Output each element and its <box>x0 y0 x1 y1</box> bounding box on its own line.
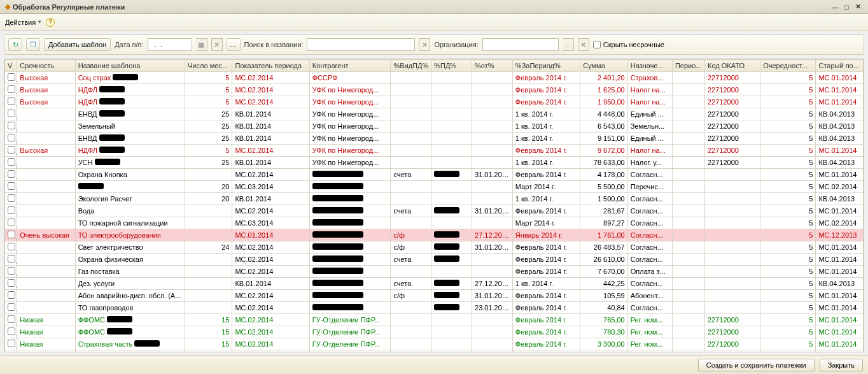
column-header-old[interactable]: Старый по... <box>816 60 864 72</box>
table-row[interactable]: ВысокаяНДФЛ 5МС.02.2014УФК по Нижегород.… <box>5 84 864 96</box>
cell-vidpd <box>391 84 431 96</box>
row-checkbox[interactable] <box>8 85 15 93</box>
date-choose-button[interactable]: … <box>227 38 241 51</box>
row-checkbox[interactable] <box>8 219 15 226</box>
table-row[interactable]: ЕНВД 25КВ.01.2014УФК по Нижегород...1 кв… <box>5 133 864 145</box>
cell-urgency <box>17 133 75 145</box>
table-row[interactable]: НизкаяФФОМС 15МС.02.2014ГУ-Отделение ПФР… <box>5 314 864 326</box>
column-header-sum[interactable]: Сумма <box>580 60 627 72</box>
date-clear-button[interactable]: ✕ <box>211 38 223 51</box>
minimize-button[interactable]: — <box>830 3 840 11</box>
table-row[interactable]: ВодаМС.02.2014счета31.01.2014Февраль 201… <box>5 205 864 217</box>
date-picker-button[interactable]: ▦ <box>196 38 207 51</box>
row-checkbox[interactable] <box>8 170 15 178</box>
table-row[interactable]: НизкаяФФОМС 15МС.02.2014ГУ-Отделение ПФР… <box>5 326 864 338</box>
table-row[interactable]: ВысокаяНДФЛ 5МС.02.2014УФК по Нижегород.… <box>5 145 864 157</box>
grid-scroll[interactable]: VСрочностьНазвание шаблонаЧисло мес...По… <box>4 59 864 352</box>
row-checkbox[interactable] <box>8 340 15 347</box>
row-checkbox[interactable] <box>8 73 15 81</box>
table-row[interactable]: НизкаяСтраховая часть 15МС.02.2014ГУ-Отд… <box>5 338 864 350</box>
cell-order: 5 <box>760 290 816 302</box>
row-checkbox[interactable] <box>8 134 15 141</box>
help-icon[interactable]: ? <box>46 18 55 27</box>
table-row[interactable]: Очень высокаяТО электрооборудованияМС.01… <box>5 229 864 241</box>
org-choose-button[interactable]: … <box>563 38 574 51</box>
table-row[interactable]: Абон аварийно-дисп. обсл. (А...МС.02.201… <box>5 290 864 302</box>
search-clear-button[interactable]: ✕ <box>419 38 430 51</box>
column-header-perio[interactable]: Перио... <box>672 60 704 72</box>
row-checkbox[interactable] <box>8 146 15 154</box>
row-checkbox[interactable] <box>8 291 15 299</box>
column-header-template[interactable]: Название шаблона <box>75 60 185 72</box>
menubar: Действия ▼ ? <box>0 14 868 31</box>
actions-menu[interactable]: Действия ▼ <box>5 18 42 26</box>
table-row[interactable]: Земельный25КВ.01.2014УФК по Нижегород...… <box>5 120 864 133</box>
row-checkbox[interactable] <box>8 110 15 117</box>
close-button[interactable]: Закрыть <box>820 359 863 371</box>
table-row[interactable]: ТО пожарной сигнализацииМС.03.2014Март 2… <box>5 217 864 229</box>
cell-zaperiod: Январь 2014 г. <box>512 229 580 241</box>
refresh-button[interactable]: ↻ <box>8 38 22 51</box>
table-row[interactable]: ТО газопроводовМС.02.201423.01.2014Февра… <box>5 302 864 314</box>
hide-nonurgent-checkbox[interactable]: Скрыть несрочные <box>593 41 664 48</box>
org-clear-button[interactable]: ✕ <box>578 38 589 51</box>
maximize-button[interactable]: □ <box>841 3 851 11</box>
column-header-contragent[interactable]: Контрагент <box>309 60 391 72</box>
row-checkbox[interactable] <box>8 243 15 250</box>
table-row[interactable]: Охрана КнопкаМС.02.2014счета31.01.2014Фе… <box>5 169 864 181</box>
date-input[interactable] <box>148 38 192 51</box>
hide-nonurgent-input[interactable] <box>593 41 601 48</box>
column-header-zaperiod[interactable]: %ЗаПериод% <box>512 60 580 72</box>
cell-zaperiod: Февраль 2014 г. <box>512 350 580 352</box>
create-save-button[interactable]: Создать и сохранить платежки <box>698 359 815 371</box>
add-template-button[interactable]: Добавить шаблон <box>44 38 111 51</box>
row-checkbox[interactable] <box>8 255 15 263</box>
org-input[interactable] <box>482 38 559 51</box>
column-header-urgency[interactable]: Срочность <box>17 60 75 72</box>
cell-v <box>5 338 17 350</box>
cell-order: 5 <box>760 133 816 145</box>
table-row[interactable]: УСН 25КВ.01.2014УФК по Нижегород...1 кв.… <box>5 157 864 169</box>
cell-template: ТО газопроводов <box>75 302 185 314</box>
row-checkbox[interactable] <box>8 315 15 323</box>
row-checkbox[interactable] <box>8 231 15 238</box>
cell-old: КВ.04.2013 <box>816 120 864 133</box>
row-checkbox[interactable] <box>8 122 15 129</box>
table-row[interactable]: Охрана физическаяМС.02.2014счетаФевраль … <box>5 254 864 266</box>
column-header-period_ind[interactable]: Показатель периода <box>232 60 309 72</box>
table-row[interactable]: Газ поставкаМС.02.2014Февраль 2014 г.7 6… <box>5 266 864 278</box>
column-header-pd[interactable]: %ПД% <box>431 60 472 72</box>
cell-sum: 442,25 <box>580 278 627 290</box>
column-header-months[interactable]: Число мес... <box>185 60 232 72</box>
table-row[interactable]: НизкаяСтраховая часть 15МС.02.2014ГУ-Отд… <box>5 350 864 352</box>
column-header-v[interactable]: V <box>5 60 17 72</box>
search-input[interactable] <box>307 38 415 51</box>
table-row[interactable]: ВысокаяНДФЛ 5МС.02.2014УФК по Нижегород.… <box>5 96 864 108</box>
row-checkbox[interactable] <box>8 158 15 166</box>
close-window-button[interactable]: ✕ <box>853 3 863 11</box>
footer: Создать и сохранить платежки Закрыть <box>0 355 868 374</box>
cell-okato <box>704 205 760 217</box>
row-checkbox[interactable] <box>8 327 15 335</box>
column-header-naz[interactable]: Назначе... <box>627 60 672 72</box>
row-checkbox[interactable] <box>8 279 15 287</box>
table-row[interactable]: Экология Расчет20КВ.01.20141 кв. 2014 г.… <box>5 193 864 205</box>
cell-template: Абон аварийно-дисп. обсл. (А... <box>75 290 185 302</box>
column-header-okato[interactable]: Код ОКАТО <box>704 60 760 72</box>
copy-button[interactable]: ❐ <box>26 38 40 51</box>
redacted-text <box>434 243 459 250</box>
row-checkbox[interactable] <box>8 182 15 190</box>
table-row[interactable]: Дез. услугиКВ.01.2014счета27.12.20131 кв… <box>5 278 864 290</box>
table-row[interactable]: ВысокаяСоц страх 5МС.02.2014ФССРФФевраль… <box>5 72 864 84</box>
row-checkbox[interactable] <box>8 97 15 105</box>
column-header-vidpd[interactable]: %ВидПД% <box>391 60 431 72</box>
row-checkbox[interactable] <box>8 206 15 214</box>
table-row[interactable]: 20МС.03.2014Март 2014 г.5 500,00Перечис.… <box>5 181 864 193</box>
table-row[interactable]: ЕНВД 25КВ.01.2014УФК по Нижегород...1 кв… <box>5 108 864 120</box>
row-checkbox[interactable] <box>8 194 15 202</box>
row-checkbox[interactable] <box>8 303 15 311</box>
row-checkbox[interactable] <box>8 267 15 275</box>
column-header-ot[interactable]: %от% <box>472 60 513 72</box>
column-header-order[interactable]: Очередност... <box>760 60 816 72</box>
table-row[interactable]: Свет электричество24МС.02.2014с/ф31.01.2… <box>5 241 864 254</box>
